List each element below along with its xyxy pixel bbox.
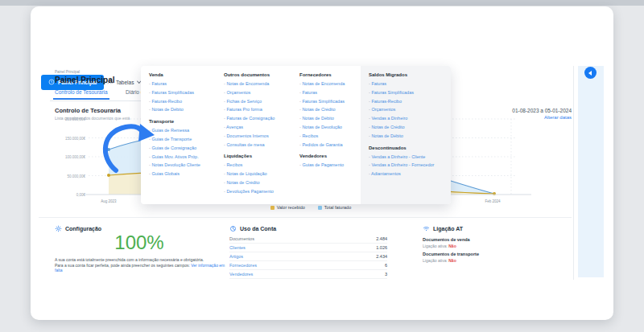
menu-item[interactable]: Notas de Débito [149,105,221,114]
app-window: Painel Principal Tabelas Documentos Cons… [31,6,613,320]
wifi-icon [423,225,430,232]
table-row: Fornecedores 6 [229,261,387,270]
menu-item[interactable]: Notas de Liquidação [224,170,298,178]
menu-column-outros: Outros documentos Notas de Encomenda Orç… [224,72,298,196]
legend-label: Valor recebido [277,205,305,210]
menu-item[interactable]: Devoluções Pagamento [224,187,298,196]
menu-item[interactable]: Faturas [369,80,446,88]
menu-item[interactable]: Guias Mov. Ativos Próp. [149,153,221,162]
legend-item[interactable]: Valor recebido [270,205,305,210]
clock-icon [48,79,55,86]
config-text-1: A sua conta está totalmente preenchida c… [55,257,204,262]
browser-top-edge [0,0,644,6]
tab-controlo-tesouraria[interactable]: Controlo de Tesouraria [55,89,108,95]
menu-item[interactable]: Pedidos de Garantia [299,141,359,150]
menu-heading: Fornecedores [299,72,359,77]
at-status-label: Ligação ativa: [423,244,448,248]
menu-item[interactable]: Guias de Remessa [149,126,221,135]
menu-item[interactable]: Faturas-Recibo [369,97,446,106]
menu-item[interactable]: Guias Globais [149,170,221,178]
breadcrumb[interactable]: Painel Principal [55,70,80,74]
usage-row-label: Documentos [229,236,254,241]
menu-item[interactable]: Avenças [224,123,298,132]
section-title: Controlo de Tesouraria [55,107,121,114]
expand-panel-button[interactable] [584,67,597,79]
x-tick: Feb 2024 [485,199,501,203]
menu-column-venda: Venda Faturas Faturas Simplificadas Fatu… [149,72,221,178]
collapsed-side-panel[interactable] [578,66,604,277]
at-section-header: Ligação AT [423,225,463,232]
at-section-title: Ligação AT [433,226,463,232]
menu-item[interactable]: Documentos Internos [224,132,298,141]
menu-heading: Vendedores [299,154,359,158]
menu-heading: Transporte [149,119,221,124]
legend-label: Total faturado [324,205,351,210]
usage-row-value: 6 [385,263,387,268]
nav-label: Tabelas [116,80,134,85]
menu-item[interactable]: Faturas Pro forma [224,105,298,114]
menu-item[interactable]: Recibos [299,132,359,141]
menu-item[interactable]: Faturas [149,80,221,88]
menu-item[interactable]: Notas de Devolução [299,123,359,132]
usage-row-label[interactable]: Fornecedores [229,263,257,268]
menu-heading: Saldos Migrados [369,72,446,77]
usage-row-value: 2.434 [376,254,387,259]
menu-item[interactable]: Guias de Pagamento [299,161,359,170]
main-nav: Painel Principal Tabelas Documentos Cons… [31,39,613,64]
menu-item[interactable]: Notas de Crédito [369,123,446,132]
menu-item[interactable]: Faturas de Consignação [224,114,298,123]
tab-diario[interactable]: Diário de f [126,89,142,95]
menu-item[interactable]: Notas de Encomenda [224,80,298,88]
x-tick: Aug 2023 [101,199,117,203]
page-title: Painel Principal [55,76,114,84]
table-row: Documentos 2.484 [229,235,387,244]
menu-item[interactable]: Guias de Transporte [149,135,221,144]
menu-item[interactable]: Vendas a Dinheiro - Cliente [369,153,446,162]
menu-item[interactable]: Faturas Simplificadas [149,88,221,97]
menu-item[interactable]: Orçamentos [369,105,446,114]
menu-item[interactable]: Vendas a Dinheiro [369,114,446,123]
table-row: Artigos 2.434 [229,252,387,261]
menu-item[interactable]: Vendas a Dinheiro - Fornecedor [369,161,446,170]
menu-heading: Liquidações [224,154,298,158]
menu-item[interactable]: Notas de Crédito [299,105,359,114]
chevron-left-icon [588,71,592,76]
menu-item[interactable]: Faturas-Recibo [149,97,221,106]
at-doc-type: Documentos de venda [423,237,559,242]
menu-item[interactable]: Consultas de mesa [224,141,298,150]
menu-item[interactable]: Faturas [299,88,359,97]
usage-row-value: 2.484 [376,236,387,241]
menu-item[interactable]: Notas de Crédito [224,178,298,187]
tab-bar: Controlo de Tesouraria Diário de f [50,89,141,101]
chart-legend: Valor recebido Total faturado [50,205,572,210]
menu-item[interactable]: Notas de Débito [299,114,359,123]
y-tick: 200.000,00€ [65,117,86,121]
content-right-divider [573,66,574,280]
usage-row-label[interactable]: Vendedores [229,272,253,277]
menu-item[interactable]: Notas de Débito [369,132,446,141]
config-section-title: Configuração [65,226,101,232]
usage-section-header: Uso da Conta [229,225,276,232]
table-row: Clientes 1.026 [229,244,387,252]
menu-item[interactable]: Faturas Simplificadas [299,97,359,106]
menu-item[interactable]: Notas Devolução Cliente [149,161,221,170]
at-doc-type: Documentos de transporte [423,252,559,256]
config-text: A sua conta está totalmente preenchida c… [55,257,230,273]
usage-section-title: Uso da Conta [240,226,276,232]
menu-column-fornecedores: Fornecedores Notas de Encomenda Faturas … [299,72,359,170]
menu-item[interactable]: Notas de Encomenda [299,80,359,88]
menu-item[interactable]: Fichas de Serviço [224,97,298,106]
menu-item[interactable]: Orçamentos [224,88,298,97]
usage-table: Documentos 2.484 Clientes 1.026 Artigos … [229,235,387,279]
usage-row-label[interactable]: Artigos [229,254,243,259]
menu-item[interactable]: Adiantamentos [369,170,446,178]
legend-item[interactable]: Total faturado [318,205,351,210]
at-status-value: Não [448,244,456,248]
menu-item[interactable]: Faturas Simplificadas [369,88,446,97]
menu-item[interactable]: Guias de Consignação [149,144,221,153]
usage-row-value: 1.026 [376,245,387,250]
table-row: Vendedores 3 [229,270,387,279]
pie-chart-icon [229,225,237,232]
menu-item[interactable]: Recibos [224,161,298,170]
usage-row-label[interactable]: Clientes [229,245,246,250]
